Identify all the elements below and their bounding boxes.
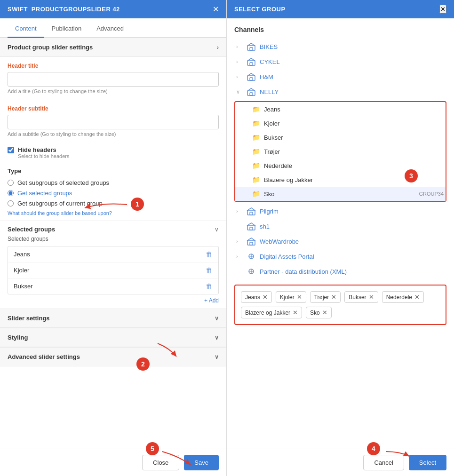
sub-sko[interactable]: 📁 Sko GROUP34	[235, 187, 446, 201]
folder-blazere-icon: 📁	[252, 176, 260, 183]
bikes-name: BIKES	[260, 43, 278, 50]
selected-groups-chevron: ∨	[215, 226, 219, 233]
radio-subgroups-selected-input[interactable]	[8, 180, 14, 186]
webwardrobe-chevron: ›	[236, 238, 243, 244]
header-subtitle-hint: Add a subtitle (Go to styling to change …	[8, 131, 219, 137]
add-button[interactable]: + Add	[204, 297, 219, 304]
advanced-slider-header[interactable]: Advanced slider settings ∨	[0, 348, 226, 366]
sub-trojer[interactable]: 📁 Trøjer	[235, 144, 446, 159]
channel-sh1[interactable]: sh1	[234, 219, 446, 234]
channel-nelly[interactable]: ∨ NELLY	[234, 84, 446, 99]
pilgrim-chevron: ›	[236, 208, 243, 214]
advanced-slider-section: Advanced slider settings ∨	[0, 347, 226, 366]
selected-groups-section: Selected groups ∨ Selected groups Jeans …	[0, 221, 226, 309]
radio-get-selected-label: Get selected groups	[17, 190, 72, 197]
group-item-jeans: Jeans 🗑	[8, 246, 218, 262]
channel-cykel[interactable]: › CYKEL	[234, 54, 446, 69]
folder-trojer-icon: 📁	[252, 148, 260, 155]
svg-rect-11	[250, 227, 253, 230]
slider-settings-header[interactable]: Slider settings ∨	[0, 309, 226, 328]
product-group-section[interactable]: Product group slider settings ›	[0, 38, 226, 57]
tag-nederdele-remove[interactable]: ✕	[414, 294, 420, 301]
channels-title: Channels	[234, 26, 446, 33]
channel-digital[interactable]: › Digital Assets Portal	[234, 249, 446, 264]
tag-trojer: Trøjer ✕	[310, 291, 341, 303]
delete-kjoler[interactable]: 🗑	[206, 266, 213, 274]
sub-bukser-name: Bukser	[264, 134, 283, 141]
group-item-kjoler: Kjoler 🗑	[8, 262, 218, 278]
channel-webwardrobe[interactable]: › WebWardrobe	[234, 234, 446, 249]
radio-subgroups-current-input[interactable]	[8, 200, 14, 206]
tab-publication[interactable]: Publication	[44, 18, 89, 38]
right-footer: Cancel Select	[227, 449, 454, 476]
tag-bukser-remove[interactable]: ✕	[369, 294, 374, 301]
sub-jeans[interactable]: 📁 Jeans	[235, 102, 446, 116]
tag-jeans-remove[interactable]: ✕	[263, 294, 268, 301]
selected-groups-header[interactable]: Selected groups ∨	[0, 221, 226, 235]
channel-pilgrim[interactable]: › Pilgrim	[234, 204, 446, 219]
svg-rect-2	[247, 61, 255, 65]
nelly-name: NELLY	[260, 88, 279, 95]
panel-content: Product group slider settings › Header t…	[0, 38, 226, 449]
header-subtitle-input[interactable]	[8, 115, 219, 129]
delete-bukser[interactable]: 🗑	[206, 282, 213, 290]
channel-partner[interactable]: Partner - data distribution (XML)	[234, 264, 446, 279]
delete-jeans[interactable]: 🗑	[206, 250, 213, 258]
radio-get-selected: Get selected groups	[8, 190, 219, 197]
group-item-bukser: Bukser 🗑	[8, 278, 218, 294]
save-button[interactable]: Save	[184, 455, 219, 470]
group-name-kjoler: Kjoler	[14, 267, 29, 274]
sub-kjoler[interactable]: 📁 Kjoler	[235, 116, 446, 130]
tag-kjoler-label: Kjoler	[280, 294, 295, 301]
sub-sko-name: Sko	[264, 190, 274, 198]
tag-blazere-remove[interactable]: ✕	[293, 309, 298, 316]
slider-settings-section: Slider settings ∨	[0, 309, 226, 328]
channel-bikes[interactable]: › BIKES	[234, 39, 446, 54]
hide-headers-label: Hide headers	[18, 146, 69, 153]
select-button[interactable]: Select	[409, 455, 446, 470]
group-name-bukser: Bukser	[14, 283, 32, 290]
pilgrim-store-icon	[247, 207, 256, 215]
tabs: Content Publication Advanced	[0, 18, 226, 38]
svg-rect-5	[250, 78, 253, 80]
tag-trojer-remove[interactable]: ✕	[331, 294, 336, 301]
svg-rect-13	[250, 242, 253, 245]
tag-sko-label: Sko	[310, 309, 320, 316]
svg-rect-1	[250, 48, 253, 50]
radio-subgroups-current-label: Get subgroups of current group	[17, 200, 103, 207]
sub-bukser[interactable]: 📁 Bukser	[235, 130, 446, 144]
type-hint: What should the group slider be based up…	[8, 210, 219, 216]
radio-get-selected-input[interactable]	[8, 190, 14, 196]
digital-icon	[247, 252, 256, 261]
type-title: Type	[8, 167, 219, 175]
annotation-5: 5	[146, 442, 159, 455]
type-section: Type Get subgroups of selected groups Ge…	[0, 163, 226, 221]
tag-sko-remove[interactable]: ✕	[322, 309, 327, 316]
hide-headers-checkbox[interactable]	[8, 147, 14, 153]
cancel-button[interactable]: Cancel	[363, 455, 404, 470]
sub-jeans-name: Jeans	[264, 106, 280, 113]
right-panel: SELECT GROUP ✕ Channels › BIKES ›	[227, 0, 454, 476]
nelly-chevron: ∨	[236, 89, 243, 95]
header-title-hint: Add a title (Go to styling to change the…	[8, 88, 219, 94]
right-panel-close[interactable]: ✕	[439, 5, 446, 14]
tag-blazere-label: Blazere og Jakker	[245, 309, 290, 316]
sh1-name: sh1	[260, 223, 270, 230]
channel-hm[interactable]: › H&M	[234, 69, 446, 84]
nelly-store-icon	[247, 87, 256, 96]
tag-kjoler-remove[interactable]: ✕	[297, 294, 302, 301]
hm-name: H&M	[260, 73, 273, 80]
svg-rect-9	[250, 212, 253, 215]
header-title-input[interactable]	[8, 72, 219, 87]
svg-rect-8	[247, 210, 255, 215]
close-button[interactable]: Close	[142, 455, 179, 470]
tag-blazere: Blazere og Jakker ✕	[241, 307, 302, 318]
left-panel-close[interactable]: ✕	[213, 5, 219, 14]
header-subtitle-group: Header subtitle Add a subtitle (Go to st…	[0, 100, 226, 143]
left-footer: Close Save	[0, 449, 226, 476]
styling-header[interactable]: Styling ∨	[0, 328, 226, 347]
product-group-label: Product group slider settings	[8, 44, 93, 51]
hide-headers-hint: Select to hide headers	[18, 153, 69, 159]
tab-content[interactable]: Content	[8, 18, 44, 38]
tab-advanced[interactable]: Advanced	[89, 18, 131, 38]
